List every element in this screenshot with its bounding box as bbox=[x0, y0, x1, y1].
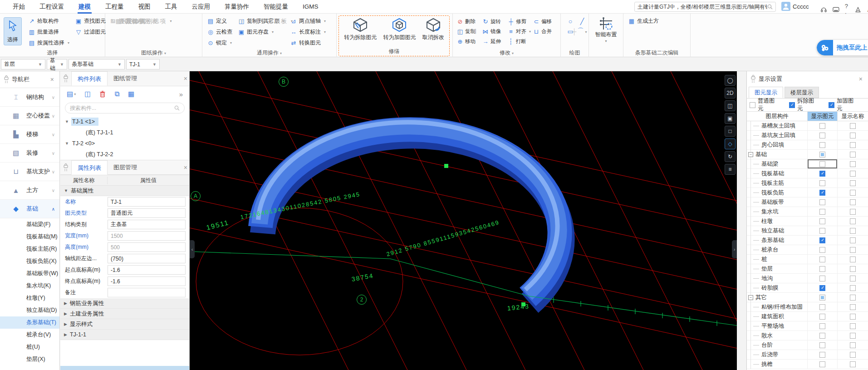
show-name-cell[interactable] bbox=[837, 226, 868, 235]
gift-icon[interactable] bbox=[855, 6, 861, 13]
ribbon-item[interactable]: ▽过滤图元 bbox=[75, 27, 106, 37]
checkbox[interactable] bbox=[850, 333, 856, 339]
checkbox[interactable] bbox=[819, 228, 825, 234]
copy-component-button[interactable]: ◫ bbox=[84, 90, 91, 98]
property-group[interactable]: ▶ 显示样式 bbox=[60, 319, 189, 330]
close-icon[interactable]: × bbox=[857, 75, 864, 83]
checkbox[interactable] bbox=[819, 361, 825, 367]
sidebar-group[interactable]: ▦ 空心楼盖 bbox=[0, 107, 59, 125]
show-name-cell[interactable] bbox=[837, 350, 868, 359]
checkbox[interactable] bbox=[819, 247, 825, 253]
checkbox[interactable] bbox=[819, 237, 825, 243]
show-element-cell[interactable] bbox=[807, 340, 837, 350]
show-element-cell[interactable] bbox=[807, 131, 837, 140]
sidebar-item[interactable]: 柱墩(Y) bbox=[0, 292, 59, 304]
filter-checkbox-item[interactable]: 拆除图元 bbox=[789, 97, 819, 113]
checkbox[interactable] bbox=[819, 152, 825, 158]
sidebar-group[interactable]: ◆ 基础 bbox=[0, 200, 59, 218]
checkbox[interactable] bbox=[850, 133, 856, 138]
checkbox[interactable] bbox=[819, 323, 825, 329]
checkbox[interactable] bbox=[850, 295, 856, 301]
show-element-cell[interactable] bbox=[807, 178, 837, 187]
viewport-tool-icon[interactable]: □ bbox=[725, 126, 736, 137]
show-name-cell[interactable] bbox=[837, 302, 868, 311]
collapse-toggle[interactable]: − bbox=[748, 152, 753, 157]
show-element-cell[interactable] bbox=[807, 188, 837, 197]
show-name-cell[interactable] bbox=[837, 150, 868, 159]
ribbon-item[interactable]: ⊓自动平齐顶板 bbox=[238, 16, 294, 26]
property-value[interactable]: -1.6 bbox=[108, 265, 186, 275]
show-name-cell[interactable] bbox=[837, 321, 868, 331]
show-element-cell[interactable] bbox=[807, 150, 837, 159]
property-value[interactable]: 主条基 bbox=[108, 220, 186, 229]
checkbox[interactable] bbox=[819, 333, 825, 339]
checkbox[interactable] bbox=[750, 102, 755, 108]
show-element-cell[interactable] bbox=[807, 207, 837, 216]
checkbox[interactable] bbox=[850, 161, 856, 167]
show-name-cell[interactable] bbox=[837, 293, 868, 302]
sidebar-group[interactable]: ▙ 楼梯 bbox=[0, 125, 59, 144]
show-element-cell[interactable] bbox=[807, 302, 837, 311]
filter-checkbox-item[interactable]: 加固图元 bbox=[829, 97, 859, 113]
show-name-cell[interactable] bbox=[837, 264, 868, 273]
convert-to-reinforce-button[interactable]: 转为加固图元 bbox=[383, 18, 416, 49]
checkbox[interactable] bbox=[819, 276, 825, 281]
close-icon[interactable]: × bbox=[49, 76, 56, 83]
checkbox[interactable] bbox=[850, 199, 856, 205]
lock-grip-icon[interactable] bbox=[750, 74, 756, 84]
show-name-cell[interactable] bbox=[837, 245, 868, 254]
sidebar-group[interactable]: ▧ 装修 bbox=[0, 144, 59, 163]
show-name-cell[interactable] bbox=[837, 131, 868, 140]
cancel-renovation-button[interactable]: 取消拆改 bbox=[422, 18, 444, 49]
global-search-input[interactable] bbox=[638, 4, 767, 10]
checkbox[interactable] bbox=[850, 218, 856, 224]
checkbox[interactable] bbox=[819, 133, 825, 138]
ribbon-item[interactable]: ⋈镜像 bbox=[482, 27, 507, 36]
group-label[interactable]: 通用操作 bbox=[202, 49, 336, 57]
menu-item[interactable]: 工程设置 bbox=[32, 0, 71, 14]
checkbox[interactable] bbox=[819, 171, 825, 177]
checkbox[interactable] bbox=[819, 314, 825, 320]
checkbox[interactable] bbox=[850, 304, 856, 310]
lock-grip-icon[interactable] bbox=[4, 75, 9, 84]
ribbon-item[interactable]: ⊘删除 bbox=[456, 17, 482, 26]
ribbon-item[interactable]: ↔长度标注 bbox=[290, 27, 326, 37]
ribbon-item[interactable]: ┆打断 bbox=[507, 37, 533, 46]
property-value[interactable]: -1.6 bbox=[108, 276, 186, 286]
sidebar-item[interactable]: 桩(U) bbox=[0, 341, 59, 353]
show-name-cell[interactable] bbox=[837, 312, 868, 321]
draw-tool-icon[interactable]: ┼ bbox=[572, 28, 577, 35]
checkbox[interactable] bbox=[819, 142, 825, 148]
lock-grip-icon[interactable] bbox=[63, 74, 69, 83]
checkbox[interactable] bbox=[819, 161, 825, 167]
checkbox[interactable] bbox=[850, 190, 856, 196]
property-value[interactable]: 1500 bbox=[108, 231, 186, 241]
sidebar-item[interactable]: 独立基础(D) bbox=[0, 304, 59, 316]
show-name-cell[interactable] bbox=[837, 140, 868, 149]
property-group[interactable]: ▶ 钢筋业务属性 bbox=[60, 298, 189, 309]
checkbox[interactable] bbox=[850, 123, 856, 129]
menu-item[interactable]: 工程量 bbox=[98, 0, 131, 14]
menu-item[interactable]: 视图 bbox=[131, 0, 158, 14]
checkbox[interactable] bbox=[850, 314, 856, 320]
context-dropdown[interactable]: 条形基础 ▼ bbox=[69, 59, 125, 69]
sidebar-group[interactable]: ▲ 土方 bbox=[0, 181, 59, 200]
collapse-toggle[interactable]: − bbox=[748, 295, 753, 300]
menu-item[interactable]: 开始 bbox=[5, 0, 32, 14]
show-element-cell[interactable] bbox=[807, 245, 837, 254]
show-element-cell[interactable] bbox=[807, 350, 837, 359]
property-value[interactable]: (750) bbox=[108, 254, 186, 263]
show-element-cell[interactable] bbox=[807, 312, 837, 321]
ribbon-item[interactable]: ∥分割 bbox=[456, 27, 477, 36]
ribbon-item[interactable]: ⊂偏移 bbox=[533, 17, 558, 26]
checkbox[interactable] bbox=[850, 342, 856, 348]
checkbox[interactable] bbox=[819, 266, 825, 272]
ribbon-item[interactable]: ⊙锁定 bbox=[207, 38, 232, 48]
show-name-cell[interactable] bbox=[837, 236, 868, 245]
show-name-cell[interactable] bbox=[837, 217, 868, 226]
tree-item[interactable]: ▼ TJ-2 <0> bbox=[60, 138, 189, 149]
menu-item[interactable]: 智能提量 bbox=[256, 0, 295, 14]
show-name-cell[interactable] bbox=[837, 207, 868, 216]
sidebar-item[interactable]: 筏板负筋(X) bbox=[0, 255, 59, 267]
delete-component-button[interactable] bbox=[99, 91, 106, 98]
